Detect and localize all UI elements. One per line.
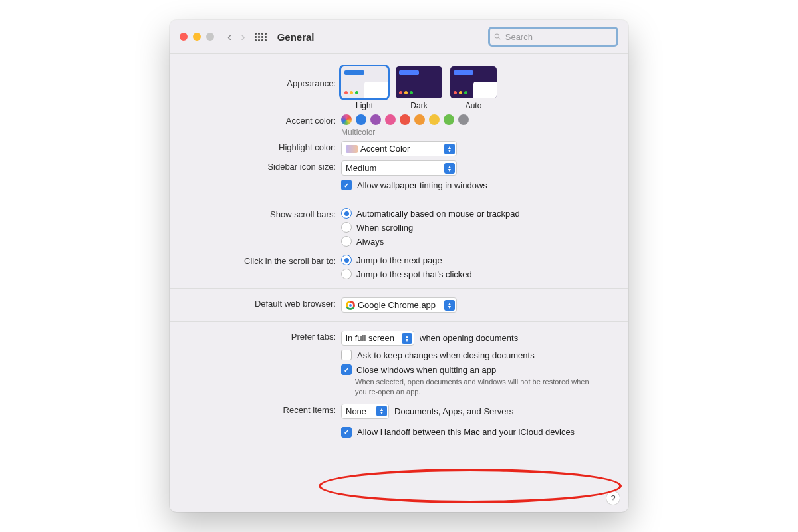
chrome-icon xyxy=(346,301,355,310)
svg-point-0 xyxy=(495,34,499,38)
close-windows-desc: When selected, open documents and window… xyxy=(355,377,601,397)
zoom-button[interactable] xyxy=(206,33,214,41)
click-scroll-label: Click in the scroll bar to: xyxy=(182,255,341,266)
close-button[interactable] xyxy=(180,33,188,41)
appearance-label: Appearance: xyxy=(182,66,341,88)
scrollbars-scrolling-radio[interactable] xyxy=(341,222,352,233)
chevron-updown-icon: ▲▼ xyxy=(444,163,455,174)
accent-graphite[interactable] xyxy=(458,114,469,125)
back-button[interactable]: ‹ xyxy=(227,29,231,44)
appearance-dark[interactable]: Dark xyxy=(396,66,442,110)
highlight-label: Highlight color: xyxy=(182,141,341,152)
nav-buttons: ‹ › xyxy=(227,29,267,44)
appearance-light[interactable]: Light xyxy=(341,66,388,110)
accent-label: Accent color: xyxy=(182,114,341,126)
pane-body: Appearance: Light Dark Auto xyxy=(170,54,628,512)
appearance-auto[interactable]: Auto xyxy=(450,66,497,110)
titlebar: ‹ › General xyxy=(170,20,628,54)
chevron-updown-icon: ▲▼ xyxy=(444,144,455,154)
browser-label: Default web browser: xyxy=(182,297,341,309)
tabs-select[interactable]: in full screen ▲▼ xyxy=(341,331,414,346)
chevron-updown-icon: ▲▼ xyxy=(376,406,387,416)
chevron-updown-icon: ▲▼ xyxy=(402,333,412,344)
recent-label: Recent items: xyxy=(182,404,341,415)
accent-green[interactable] xyxy=(444,114,454,125)
scrollbars-label: Show scroll bars: xyxy=(182,208,341,219)
recent-suffix: Documents, Apps, and Servers xyxy=(394,406,513,416)
click-scroll-spot-radio[interactable] xyxy=(341,269,352,279)
ask-keep-label: Ask to keep changes when closing documen… xyxy=(357,350,535,360)
handoff-label: Allow Handoff between this Mac and your … xyxy=(357,427,575,437)
help-button[interactable]: ? xyxy=(606,491,620,505)
wallpaper-tint-label: Allow wallpaper tinting in windows xyxy=(357,180,487,190)
accent-yellow[interactable] xyxy=(429,114,440,125)
accent-orange[interactable] xyxy=(414,114,425,125)
scrollbars-always-radio[interactable] xyxy=(341,236,352,247)
search-icon xyxy=(494,33,501,41)
preferences-window: ‹ › General Appearance: Light D xyxy=(170,20,628,512)
close-windows-checkbox[interactable]: ✓ xyxy=(341,364,352,375)
chevron-updown-icon: ▲▼ xyxy=(444,300,455,311)
click-scroll-page-radio[interactable] xyxy=(341,255,352,265)
handoff-checkbox[interactable]: ✓ xyxy=(341,427,352,438)
forward-button[interactable]: › xyxy=(241,29,245,44)
window-controls xyxy=(180,33,214,41)
tabs-label: Prefer tabs: xyxy=(182,331,341,342)
highlight-preview xyxy=(346,145,358,153)
pane-title: General xyxy=(277,31,315,43)
browser-select[interactable]: Google Chrome.app ▲▼ xyxy=(341,297,457,313)
tabs-suffix: when opening documents xyxy=(420,333,518,343)
close-windows-label: Close windows when quitting an app xyxy=(356,365,496,375)
minimize-button[interactable] xyxy=(193,33,201,41)
sidebar-size-select[interactable]: Medium ▲▼ xyxy=(341,160,457,176)
scrollbars-auto-radio[interactable] xyxy=(341,208,352,219)
highlight-select[interactable]: Accent Color ▲▼ xyxy=(341,141,457,156)
recent-select[interactable]: None ▲▼ xyxy=(341,404,389,419)
search-field[interactable] xyxy=(488,27,618,47)
accent-blue[interactable] xyxy=(356,114,366,125)
accent-multicolor[interactable] xyxy=(341,114,352,125)
accent-pink[interactable] xyxy=(385,114,396,125)
show-all-icon[interactable] xyxy=(255,33,267,41)
svg-line-1 xyxy=(499,37,501,39)
ask-keep-checkbox[interactable] xyxy=(341,350,352,360)
wallpaper-tint-checkbox[interactable]: ✓ xyxy=(341,180,352,190)
search-input[interactable] xyxy=(504,31,612,43)
accent-red[interactable] xyxy=(400,114,410,125)
sidebar-size-label: Sidebar icon size: xyxy=(182,160,341,172)
accent-purple[interactable] xyxy=(370,114,381,125)
accent-selected-label: Multicolor xyxy=(341,128,375,137)
